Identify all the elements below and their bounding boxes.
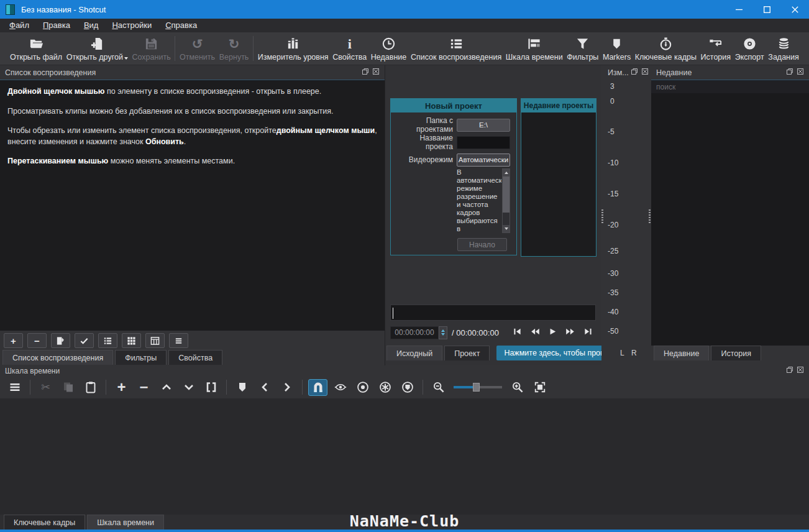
- menubar: ФайлПравкаВидНастройкиСправка: [0, 19, 809, 32]
- menu-item-settings[interactable]: Настройки: [105, 19, 158, 32]
- menu-item-view[interactable]: Вид: [77, 19, 106, 32]
- toolbar-redo[interactable]: ↻Вернуть: [219, 36, 249, 62]
- timeline-tool-zoom-in[interactable]: [508, 379, 527, 396]
- toolbar-jobs[interactable]: Задания: [768, 36, 798, 62]
- timeline-tool-next-marker[interactable]: [277, 379, 296, 396]
- close-icon[interactable]: [797, 366, 804, 375]
- playlist-action-add[interactable]: +: [4, 333, 23, 348]
- splitter-handle[interactable]: [649, 209, 651, 223]
- timeline-tool-prev-marker[interactable]: [255, 379, 274, 396]
- playlist-action-view-tiles[interactable]: [122, 333, 141, 348]
- timecode-input[interactable]: 00:00:00:00: [390, 326, 439, 339]
- float-icon[interactable]: [362, 68, 369, 77]
- toolbar-timeline[interactable]: Шкала времени: [506, 36, 563, 62]
- tab-history[interactable]: История: [711, 346, 761, 360]
- close-icon[interactable]: [641, 68, 649, 77]
- timeline-tool-menu[interactable]: [5, 379, 24, 396]
- history-icon: [708, 36, 723, 51]
- toolbar-undo[interactable]: ↺Отменить: [180, 36, 215, 62]
- minimize-button[interactable]: [725, 0, 753, 19]
- field-project-name[interactable]: [457, 136, 510, 149]
- toolbar-open-file[interactable]: Открыть файл: [10, 36, 62, 62]
- playlist-action-view-details[interactable]: [98, 333, 117, 348]
- scroll-up-icon[interactable]: [503, 169, 510, 177]
- proxy-notice-button[interactable]: Нажмите здесь, чтобы пров...: [496, 346, 618, 360]
- timeline-tracks[interactable]: [0, 398, 809, 515]
- playlist-action-remove[interactable]: −: [27, 333, 47, 348]
- toolbar-save[interactable]: Сохранить: [132, 36, 171, 62]
- scroll-down-icon[interactable]: [503, 225, 510, 232]
- list-icon: [449, 36, 464, 51]
- tab-recent[interactable]: Недавние: [654, 346, 709, 360]
- toolbar-keyframes[interactable]: Ключевые кадры: [635, 36, 697, 62]
- menu-item-help[interactable]: Справка: [158, 19, 204, 32]
- toolbar-playlist[interactable]: Список воспроизведения: [411, 36, 501, 62]
- timeline-tool-zoom-fit[interactable]: [530, 379, 549, 396]
- timeline-tool-split[interactable]: [201, 379, 221, 396]
- menu-item-file[interactable]: Файл: [2, 19, 36, 32]
- timeline-tool-cut[interactable]: ✂: [36, 379, 55, 396]
- timeline-tool-append[interactable]: +: [112, 379, 131, 396]
- transport-skip-end[interactable]: [583, 328, 593, 337]
- tab-source[interactable]: Исходный: [386, 346, 442, 360]
- seek-bar[interactable]: [390, 305, 596, 321]
- timeline-tool-zoom-out[interactable]: [429, 379, 448, 396]
- search-input[interactable]: [651, 80, 809, 93]
- toolbar-separator: [106, 380, 106, 395]
- field-projects-folder[interactable]: E:\: [457, 119, 510, 132]
- tab-properties[interactable]: Свойства: [168, 350, 222, 365]
- app-icon: [6, 4, 15, 15]
- toolbar-history[interactable]: История: [701, 36, 731, 62]
- float-icon[interactable]: [631, 68, 638, 77]
- transport-rewind[interactable]: [530, 328, 541, 337]
- transport-skip-start[interactable]: [513, 328, 522, 337]
- close-icon[interactable]: [372, 68, 380, 77]
- timeline-tool-ripple-delete[interactable]: −: [134, 379, 153, 396]
- timeline-tool-paste[interactable]: [81, 379, 100, 396]
- timeline-tool-ripple-all[interactable]: [375, 379, 395, 396]
- float-icon[interactable]: [786, 68, 793, 77]
- slider-thumb[interactable]: [473, 383, 480, 392]
- transport-play[interactable]: [549, 328, 557, 337]
- menu-item-edit[interactable]: Правка: [36, 19, 77, 32]
- timeline-tool-marker[interactable]: [232, 379, 252, 396]
- transport-fast-forward[interactable]: [565, 328, 575, 337]
- timeline-tool-snap[interactable]: [308, 379, 327, 396]
- duration-label: / 00:00:00:00: [452, 328, 499, 337]
- playlist-info-text: Двойной щелчок мышью по элементу в списк…: [0, 80, 385, 331]
- timeline-tool-scrub[interactable]: [331, 379, 350, 396]
- description-scrollbar[interactable]: [502, 168, 510, 233]
- playlist-action-update[interactable]: [51, 333, 70, 348]
- tab-playlist[interactable]: Список воспроизведения: [2, 350, 113, 365]
- timeline-tool-copy[interactable]: [58, 379, 78, 396]
- timeline-tool-ripple-markers[interactable]: [398, 379, 417, 396]
- toolbar-recent[interactable]: Недавние: [371, 36, 406, 62]
- tab-project[interactable]: Проект: [444, 346, 490, 360]
- timecode-stepper[interactable]: [439, 326, 447, 339]
- field-video-mode[interactable]: Автоматически: [457, 154, 510, 167]
- toolbar-open-other[interactable]: Открыть другой: [66, 36, 128, 62]
- timeline-tool-zoom-slider[interactable]: [454, 383, 502, 392]
- playhead-cursor[interactable]: [393, 308, 393, 319]
- transport-controls: [513, 328, 593, 337]
- start-button[interactable]: Начало: [457, 238, 507, 251]
- toolbar-properties[interactable]: iСвойства: [332, 36, 367, 62]
- close-button[interactable]: [781, 0, 809, 19]
- tab-filters[interactable]: Фильтры: [115, 350, 167, 365]
- playlist-action-select[interactable]: [75, 333, 94, 348]
- toolbar-export[interactable]: Экспорт: [735, 36, 764, 62]
- splitter-handle[interactable]: [601, 209, 603, 223]
- float-icon[interactable]: [786, 366, 793, 375]
- scrollbar-thumb[interactable]: [503, 177, 510, 213]
- redo-icon: ↻: [229, 36, 240, 51]
- playlist-action-menu[interactable]: [169, 333, 188, 348]
- toolbar-markers[interactable]: Markers: [603, 36, 631, 62]
- close-icon[interactable]: [797, 68, 804, 77]
- playlist-action-view-icons[interactable]: [145, 333, 165, 348]
- timeline-tool-lift[interactable]: [157, 379, 176, 396]
- timeline-tool-ripple[interactable]: [353, 379, 372, 396]
- toolbar-level-meter[interactable]: Измеритель уровня: [258, 36, 329, 62]
- toolbar-filters[interactable]: Фильтры: [567, 36, 598, 62]
- maximize-button[interactable]: [753, 0, 781, 19]
- timeline-tool-overwrite[interactable]: [179, 379, 198, 396]
